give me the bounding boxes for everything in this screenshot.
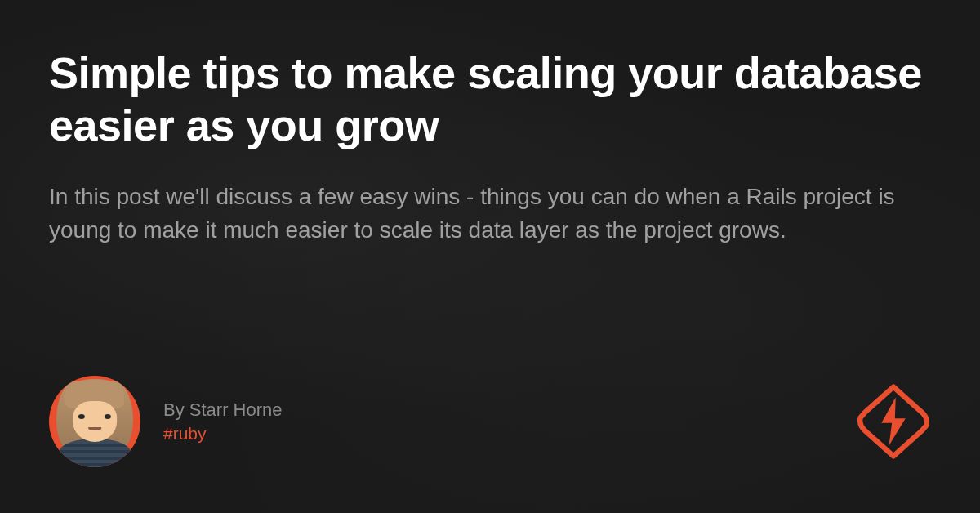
author-info: By Starr Horne #ruby xyxy=(163,399,283,444)
brand-logo-icon xyxy=(856,384,931,459)
post-description: In this post we'll discuss a few easy wi… xyxy=(49,181,931,247)
card-footer: By Starr Horne #ruby xyxy=(49,376,931,474)
author-section: By Starr Horne #ruby xyxy=(49,376,283,467)
author-byline: By Starr Horne xyxy=(163,399,283,421)
post-title: Simple tips to make scaling your databas… xyxy=(49,47,931,151)
social-card: Simple tips to make scaling your databas… xyxy=(0,0,980,513)
post-tag: #ruby xyxy=(163,424,283,444)
author-avatar xyxy=(49,376,140,467)
